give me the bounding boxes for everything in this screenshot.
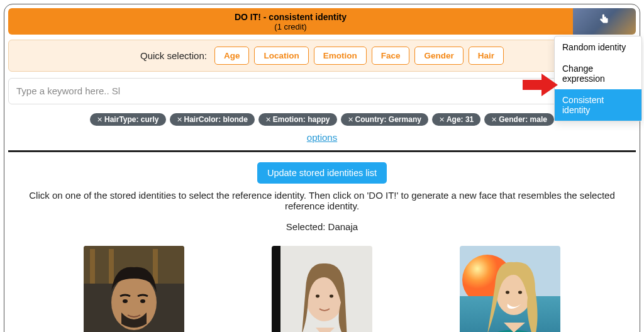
options-link[interactable]: options [8,132,636,143]
tag-gender[interactable]: ✕Gender: male [484,113,554,126]
tag-country[interactable]: ✕Country: Germany [341,113,428,126]
svg-rect-5 [153,249,158,284]
identities-grid [8,246,636,332]
selected-identity-text: Selected: Danaja [8,221,636,232]
quick-chip-gender[interactable]: Gender [414,47,463,65]
mode-dropdown: Random identity Change expression Consis… [554,36,642,121]
quick-chip-age[interactable]: Age [214,47,250,65]
svg-point-20 [518,291,522,294]
svg-rect-4 [109,249,114,284]
tag-age[interactable]: ✕Age: 31 [432,113,480,126]
quick-selection-row: Quick selection: Age Location Emotion Fa… [8,40,636,72]
svg-marker-0 [523,74,558,96]
quick-chip-face[interactable]: Face [372,47,410,65]
quick-chip-emotion[interactable]: Emotion [314,47,367,65]
svg-point-7 [123,299,128,303]
main-panel: DO IT! - consistent identity (1 credit) … [4,4,640,332]
hand-pointer-icon [597,13,611,30]
svg-rect-11 [272,246,280,332]
filter-tags-row: ✕HairType: curly ✕HairColor: blonde ✕Emo… [8,113,636,126]
close-icon: ✕ [97,116,103,124]
svg-point-19 [506,291,509,294]
dropdown-item-random-identity[interactable]: Random identity [555,36,641,58]
update-stored-identities-button[interactable]: Update stored identities list [257,162,387,184]
quick-chip-hair[interactable]: Hair [469,47,504,65]
identity-card[interactable] [84,246,184,332]
svg-point-13 [316,295,319,298]
top-bar: DO IT! - consistent identity (1 credit) [8,8,636,35]
tag-haircolor[interactable]: ✕HairColor: blonde [170,113,255,126]
tag-hairtype[interactable]: ✕HairType: curly [90,113,165,126]
mode-dropdown-toggle[interactable] [573,8,636,35]
identity-card[interactable] [460,246,560,332]
close-icon: ✕ [348,116,353,124]
attention-arrow-icon [523,74,558,99]
close-icon: ✕ [491,116,497,124]
svg-point-8 [140,299,145,303]
do-it-title: DO IT! - consistent identity [8,12,573,22]
do-it-subtitle: (1 credit) [8,22,573,31]
tag-emotion[interactable]: ✕Emotion: happy [258,113,337,126]
quick-chip-location[interactable]: Location [254,47,308,65]
identity-card[interactable] [272,246,372,332]
svg-rect-3 [90,249,95,284]
close-icon: ✕ [265,116,271,124]
svg-point-14 [330,295,333,298]
quick-selection-label: Quick selection: [140,50,207,61]
dropdown-item-change-expression[interactable]: Change expression [555,58,641,89]
close-icon: ✕ [439,116,445,124]
section-divider [8,150,636,152]
help-text: Click on one of the stored identities to… [8,190,636,211]
do-it-button[interactable]: DO IT! - consistent identity (1 credit) [8,8,573,35]
close-icon: ✕ [177,116,182,124]
dropdown-item-consistent-identity[interactable]: Consistent identity [555,89,641,121]
